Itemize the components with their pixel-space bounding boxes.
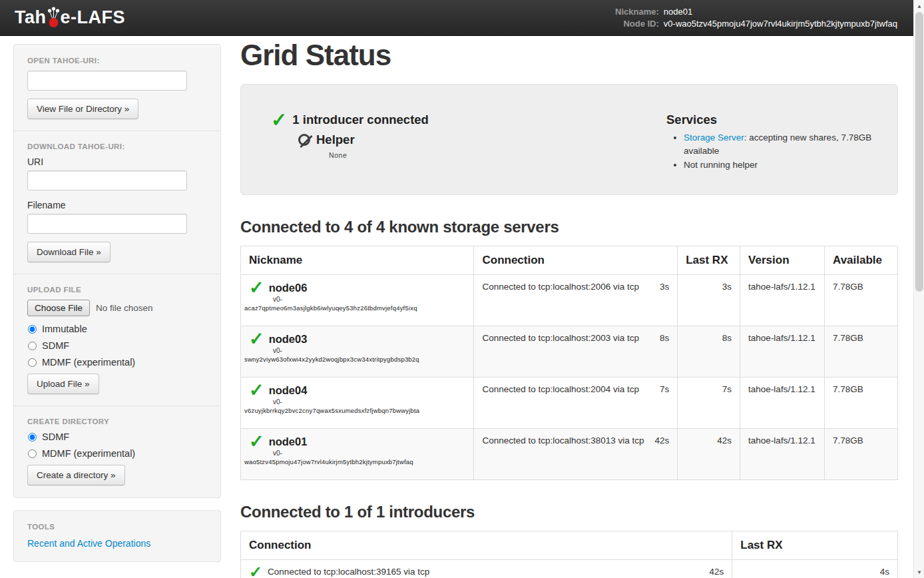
download-section: DOWNLOAD TAHOE-URI: URI Filename Downloa… — [27, 143, 207, 262]
main-content: Grid Status ✓ 1 introducer connected Hel… — [240, 36, 898, 578]
service-item-helper: Not running helper — [684, 158, 881, 172]
scrollbar-thumb[interactable] — [915, 12, 923, 292]
table-row: ✓Connected to tcp:localhost:39165 via tc… — [241, 559, 898, 578]
connection-text: Connected to tcp:localhost:2006 via tcp — [482, 282, 639, 292]
version-value: tahoe-lafs/1.12.1 — [740, 377, 825, 428]
storage-server-link[interactable]: Storage Server — [684, 133, 744, 143]
version-value: tahoe-lafs/1.12.1 — [740, 274, 825, 326]
brand-text-post: e-LAFS — [61, 7, 126, 28]
divider — [14, 131, 220, 131]
upload-format-immutable[interactable]: Immutable — [28, 324, 207, 334]
col-last-rx: Last RX — [732, 531, 898, 559]
filename-field-label: Filename — [27, 200, 207, 210]
last-rx-value: 8s — [678, 326, 740, 377]
table-row: ✓node04 v0- v6zuyjkbrrkqy2bvc2cny7qwax5s… — [241, 377, 898, 428]
table-row: ✓node06 v0- acaz7qptmeo6m3asjlgkb6iwlyuq… — [241, 274, 898, 326]
vertical-scrollbar[interactable]: ▲ ▼ — [913, 0, 924, 578]
create-directory-section: CREATE DIRECTORY SDMF MDMF (experimental… — [27, 418, 207, 485]
services-list: Storage Server: accepting new shares, 7.… — [684, 131, 881, 172]
create-directory-label: CREATE DIRECTORY — [27, 418, 207, 426]
helper-disabled-icon — [298, 134, 310, 146]
server-node-id: wao5tzv45pmoju47jow7rvl4ukirjm5ytbh2kjty… — [244, 458, 465, 465]
view-file-button[interactable]: View File or Directory » — [27, 99, 138, 119]
upload-format-sdmf[interactable]: SDMF — [28, 340, 207, 351]
col-connection: Connection — [241, 531, 732, 559]
open-uri-input[interactable] — [27, 71, 187, 91]
choose-file-button[interactable]: Choose File — [27, 300, 90, 316]
server-node-id: acaz7qptmeo6m3asjlgkb6iwlyuqey53hz26tbdm… — [244, 304, 465, 312]
download-filename-input[interactable] — [27, 214, 187, 234]
table-header-row: Connection Last RX — [241, 531, 898, 559]
connected-check-icon: ✓ — [249, 282, 264, 294]
open-uri-label: OPEN TAHOE-URI: — [27, 57, 207, 65]
download-file-button[interactable]: Download File » — [27, 242, 111, 262]
node-id-value: v0-wao5tzv45pmoju47jow7rvl4ukirjm5ytbh2k… — [664, 18, 897, 29]
tools-label: TOOLS — [27, 523, 207, 531]
upload-file-button[interactable]: Upload File » — [27, 374, 99, 394]
connected-check-icon: ✓ — [249, 435, 264, 447]
server-nickname: node01 — [269, 435, 308, 448]
dir-format-mdmf[interactable]: MDMF (experimental) — [28, 448, 207, 459]
node-id-label: Node ID: — [615, 18, 659, 29]
introducer-check-icon: ✓ — [271, 113, 287, 127]
open-uri-section: OPEN TAHOE-URI: View File or Directory » — [27, 57, 207, 119]
connected-check-icon: ✓ — [249, 333, 264, 345]
connection-text: Connected to tcp:localhost:38013 via tcp — [482, 435, 644, 445]
server-nickname: node03 — [269, 333, 308, 346]
services-title: Services — [666, 113, 881, 127]
service-item-storage: Storage Server: accepting new shares, 7.… — [684, 131, 881, 157]
status-well: ✓ 1 introducer connected Helper None Ser… — [240, 84, 898, 195]
connection-text: Connected to tcp:localhost:2003 via tcp — [482, 333, 639, 343]
scroll-up-icon[interactable]: ▲ — [914, 1, 924, 11]
upload-section: UPLOAD FILE Choose File No file chosen I… — [27, 286, 207, 394]
introducers-heading: Connected to 1 of 1 introducers — [240, 503, 898, 521]
table-header-row: Nickname Connection Last RX Version Avai… — [241, 246, 898, 274]
sidebar-controls-box: OPEN TAHOE-URI: View File or Directory »… — [13, 44, 221, 498]
dir-sdmf-radio[interactable] — [28, 433, 37, 441]
download-uri-label: DOWNLOAD TAHOE-URI: — [27, 143, 207, 150]
connection-text: Connected to tcp:localhost:2004 via tcp — [482, 384, 639, 394]
nickname-value: node01 — [664, 6, 897, 17]
col-version: Version — [740, 246, 825, 274]
create-directory-button[interactable]: Create a directory » — [27, 465, 125, 485]
top-navbar: Tah e-LAFS Nickname: node01 Node ID: v0-… — [0, 0, 913, 36]
server-nickname: node04 — [269, 384, 308, 397]
scroll-down-icon[interactable]: ▼ — [914, 567, 924, 577]
sdmf-radio[interactable] — [28, 342, 37, 350]
col-nickname: Nickname — [241, 246, 474, 274]
dir-mdmf-radio[interactable] — [28, 449, 37, 458]
col-available: Available — [825, 246, 898, 274]
table-row: ✓node03 v0- swny2viyw63ofxwi4x2yykd2woqj… — [241, 326, 898, 377]
last-rx-value: 42s — [678, 428, 740, 479]
server-nickname: node06 — [269, 282, 308, 294]
mdmf-radio[interactable] — [28, 358, 37, 367]
storage-servers-table: Nickname Connection Last RX Version Avai… — [240, 246, 898, 480]
node-info: Nickname: node01 Node ID: v0-wao5tzv45pm… — [615, 6, 897, 29]
helper-value: None — [329, 151, 666, 159]
available-value: 7.78GB — [825, 326, 898, 377]
server-node-id: swny2viyw63ofxwi4x2yykd2woqjbpx3cw34xtri… — [244, 356, 465, 363]
upload-format-mdmf[interactable]: MDMF (experimental) — [28, 357, 207, 368]
last-rx-value: 7s — [678, 377, 740, 428]
upload-file-label: UPLOAD FILE — [27, 286, 207, 294]
recent-operations-link[interactable]: Recent and Active Operations — [27, 538, 150, 549]
version-value: tahoe-lafs/1.12.1 — [740, 428, 825, 479]
nickname-label: Nickname: — [615, 6, 659, 17]
available-value: 7.78GB — [825, 274, 898, 326]
no-file-chosen-text: No file chosen — [96, 303, 153, 313]
download-uri-input[interactable] — [27, 170, 187, 190]
immutable-radio[interactable] — [28, 325, 37, 334]
available-value: 7.78GB — [825, 377, 898, 428]
services-panel: Services Storage Server: accepting new s… — [666, 113, 881, 173]
storage-servers-heading: Connected to 4 of 4 known storage server… — [240, 218, 898, 236]
page-title: Grid Status — [240, 39, 898, 72]
dir-format-sdmf[interactable]: SDMF — [28, 432, 207, 442]
sidebar: OPEN TAHOE-URI: View File or Directory »… — [13, 44, 221, 574]
table-row: ✓node01 v0- wao5tzv45pmoju47jow7rvl4ukir… — [241, 428, 898, 479]
uri-field-label: URI — [27, 156, 207, 167]
available-value: 7.78GB — [825, 428, 898, 479]
col-connection: Connection — [474, 246, 678, 274]
divider — [14, 406, 220, 406]
introducers-table: Connection Last RX ✓Connected to tcp:loc… — [240, 531, 898, 578]
tools-box: TOOLS Recent and Active Operations — [13, 510, 221, 562]
